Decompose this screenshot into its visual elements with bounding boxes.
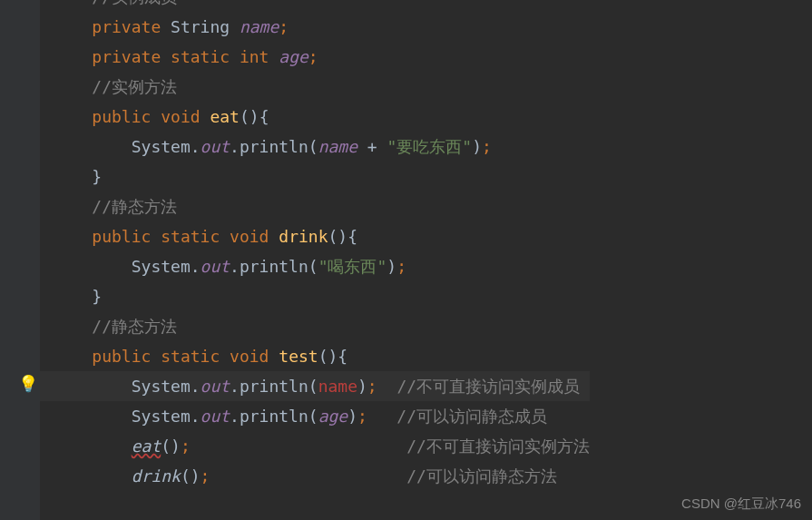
field-name: name <box>240 17 279 36</box>
class-system: System <box>132 257 191 276</box>
semicolon: ; <box>482 137 492 156</box>
field-out: out <box>201 137 230 156</box>
padding <box>210 466 406 486</box>
paren-open: ( <box>308 407 318 426</box>
keyword-void: void <box>230 347 269 366</box>
error-field-name: name <box>318 377 357 396</box>
paren-close: ) <box>347 407 357 426</box>
type-int: int <box>240 47 269 66</box>
brace-close: } <box>92 287 102 306</box>
method-eat: eat <box>210 107 240 126</box>
semicolon: ; <box>201 466 210 486</box>
paren-open: ( <box>308 137 318 156</box>
dot: . <box>191 257 201 276</box>
comment: //不可直接访问实例方法 <box>406 437 590 456</box>
dot: . <box>191 377 201 396</box>
brace-open: { <box>347 227 357 246</box>
error-method-eat: eat <box>132 437 161 456</box>
class-system: System <box>132 137 191 156</box>
code-line: //实例成员 <box>40 0 590 12</box>
brace-open: { <box>259 107 269 126</box>
padding <box>191 437 406 456</box>
paren-close: ) <box>386 257 396 276</box>
field-out: out <box>201 377 230 396</box>
code-line: //实例方法 <box>40 72 590 102</box>
padding <box>377 377 397 396</box>
parentheses: () <box>161 437 181 456</box>
comment: //实例成员 <box>92 0 177 6</box>
semicolon: ; <box>279 17 289 36</box>
parentheses: () <box>328 227 348 246</box>
comment: //可以访问静态成员 <box>396 407 547 426</box>
brace-close: } <box>92 167 102 186</box>
keyword-void: void <box>230 227 269 246</box>
parentheses: () <box>318 347 338 366</box>
type-string: String <box>171 17 230 36</box>
padding <box>367 407 397 426</box>
intention-bulb-icon[interactable]: 💡 <box>18 374 38 393</box>
dot: . <box>230 257 240 276</box>
code-line: System.out.println("喝东西"); <box>40 251 590 281</box>
field-out: out <box>201 407 230 426</box>
field-name: name <box>318 137 357 156</box>
code-line: //静态方法 <box>40 191 590 221</box>
parentheses: () <box>240 107 259 126</box>
code-line: public void eat(){ <box>40 102 590 132</box>
code-line: eat(); //不可直接访问实例方法 <box>40 431 590 461</box>
code-line: drink(); //可以访问静态方法 <box>40 461 590 491</box>
editor-gutter: 💡 <box>0 0 40 520</box>
comment: //实例方法 <box>92 77 177 96</box>
code-line: //静态方法 <box>40 311 590 341</box>
field-out: out <box>201 257 230 276</box>
keyword-private: private <box>92 47 161 66</box>
semicolon: ; <box>181 437 191 456</box>
paren-open: ( <box>308 377 318 396</box>
code-line: } <box>40 281 590 311</box>
watermark-text: CSDN @红豆冰746 <box>681 495 801 513</box>
method-test: test <box>279 347 318 366</box>
comment: //静态方法 <box>92 197 177 216</box>
semicolon: ; <box>357 407 367 426</box>
keyword-static: static <box>161 227 220 246</box>
semicolon: ; <box>367 377 377 396</box>
paren-open: ( <box>308 257 318 276</box>
class-system: System <box>132 407 191 426</box>
code-line: public static void drink(){ <box>40 221 590 251</box>
keyword-void: void <box>161 107 200 126</box>
code-line: } <box>40 162 590 191</box>
method-call-drink: drink <box>132 466 181 486</box>
method-println: println <box>240 137 308 156</box>
code-editor[interactable]: //实例成员 private String name; private stat… <box>40 0 590 491</box>
paren-close: ) <box>357 377 367 396</box>
code-line: System.out.println(name + "要吃东西"); <box>40 132 590 162</box>
semicolon: ; <box>308 47 318 66</box>
method-println: println <box>240 407 308 426</box>
keyword-private: private <box>92 17 161 36</box>
keyword-static: static <box>161 347 220 366</box>
dot: . <box>230 407 240 426</box>
brace-open: { <box>338 347 347 366</box>
paren-close: ) <box>472 137 482 156</box>
keyword-public: public <box>92 107 151 126</box>
comment: //静态方法 <box>92 317 177 336</box>
code-line-current: System.out.println(name); //不可直接访问实例成员 <box>40 371 590 401</box>
dot: . <box>230 377 240 396</box>
method-println: println <box>240 377 308 396</box>
keyword-static: static <box>171 47 230 66</box>
semicolon: ; <box>396 257 406 276</box>
keyword-public: public <box>92 347 151 366</box>
dot: . <box>191 407 201 426</box>
code-line: public static void test(){ <box>40 341 590 371</box>
method-println: println <box>240 257 308 276</box>
parentheses: () <box>181 466 201 486</box>
code-line: System.out.println(age); //可以访问静态成员 <box>40 401 590 431</box>
comment: //可以访问静态方法 <box>406 466 557 486</box>
code-line: private static int age; <box>40 42 590 72</box>
method-drink: drink <box>279 227 328 246</box>
field-age: age <box>279 47 308 66</box>
keyword-public: public <box>92 227 151 246</box>
string-literal: "喝东西" <box>318 257 387 276</box>
field-age: age <box>318 407 348 426</box>
dot: . <box>191 137 201 156</box>
string-literal: "要吃东西" <box>387 137 473 156</box>
